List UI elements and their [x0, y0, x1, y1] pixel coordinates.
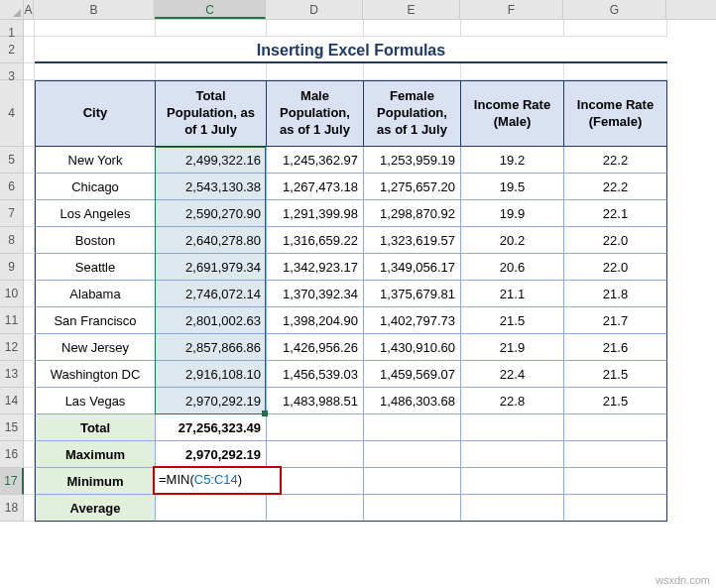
row-header-1[interactable]: 1 [0, 20, 24, 37]
cell-income-female[interactable]: 21.5 [564, 361, 667, 388]
select-all-corner[interactable] [0, 0, 24, 20]
table-row: Las Vegas2,970,292.191,483,988.511,486,3… [24, 388, 716, 414]
watermark: wsxdn.com [656, 574, 710, 586]
cell-female[interactable]: 1,459,569.07 [364, 361, 461, 388]
value-total[interactable]: 27,256,323.49 [156, 414, 267, 441]
cell-city[interactable]: Boston [35, 227, 156, 254]
col-header-D[interactable]: D [266, 0, 363, 19]
cell-total[interactable]: 2,746,072.14 [156, 281, 267, 307]
cell-female[interactable]: 1,402,797.73 [364, 307, 461, 334]
table-row: New York2,499,322.161,245,362.971,253,95… [24, 147, 716, 174]
cell-total[interactable]: 2,857,866.86 [156, 334, 267, 361]
cell-female[interactable]: 1,430,910.60 [364, 334, 461, 361]
cell-female[interactable]: 1,298,870.92 [364, 200, 461, 227]
value-average[interactable] [156, 495, 267, 522]
cell-total[interactable]: 2,970,292.19 [156, 388, 267, 414]
col-header-C[interactable]: C [155, 0, 266, 19]
cell-male[interactable]: 1,316,659.22 [267, 227, 364, 254]
col-header-F[interactable]: F [460, 0, 563, 19]
cell-income-male[interactable]: 21.1 [461, 281, 564, 307]
row-header-18[interactable]: 18 [0, 495, 24, 522]
col-header-A[interactable]: A [24, 0, 34, 19]
cell-income-male[interactable]: 22.8 [461, 388, 564, 414]
cell-income-male[interactable]: 20.2 [461, 227, 564, 254]
cell-female[interactable]: 1,486,303.68 [364, 388, 461, 414]
cell-income-male[interactable]: 19.5 [461, 174, 564, 200]
row-header-6[interactable]: 6 [0, 174, 24, 200]
cell-total[interactable]: 2,691,979.34 [156, 254, 267, 281]
header-total-pop: Total Population, as of 1 July [156, 80, 267, 147]
cell-female[interactable]: 1,323,619.57 [364, 227, 461, 254]
cell-city[interactable]: Washington DC [35, 361, 156, 388]
row-header-3[interactable]: 3 [0, 63, 24, 80]
cell-income-male[interactable]: 19.9 [461, 200, 564, 227]
table-row: Washington DC2,916,108.101,456,539.031,4… [24, 361, 716, 388]
row-header-2[interactable]: 2 [0, 37, 24, 63]
row-header-9[interactable]: 9 [0, 254, 24, 281]
cell-female[interactable]: 1,253,959.19 [364, 147, 461, 174]
cell-city[interactable]: Chicago [35, 174, 156, 200]
cell-male[interactable]: 1,426,956.26 [267, 334, 364, 361]
cell-total[interactable]: 2,499,322.16 [156, 147, 267, 174]
row-header-11[interactable]: 11 [0, 307, 24, 334]
col-header-E[interactable]: E [363, 0, 460, 19]
cell-grid[interactable]: Inserting Excel Formulas City Total Popu… [24, 20, 716, 522]
row-header-8[interactable]: 8 [0, 227, 24, 254]
cell-male[interactable]: 1,456,539.03 [267, 361, 364, 388]
page-title: Inserting Excel Formulas [35, 37, 667, 63]
row-header-16[interactable]: 16 [0, 441, 24, 468]
cell-female[interactable]: 1,375,679.81 [364, 281, 461, 307]
header-female-pop: Female Population, as of 1 July [364, 80, 461, 147]
cell-city[interactable]: San Francisco [35, 307, 156, 334]
cell-income-female[interactable]: 21.6 [564, 334, 667, 361]
cell-male[interactable]: 1,245,362.97 [267, 147, 364, 174]
cell-city[interactable]: Seattle [35, 254, 156, 281]
cell-male[interactable]: 1,483,988.51 [267, 388, 364, 414]
row-header-4[interactable]: 4 [0, 80, 24, 147]
cell-total[interactable]: 2,590,270.90 [156, 200, 267, 227]
cell-male[interactable]: 1,291,399.98 [267, 200, 364, 227]
cell-city[interactable]: Los Angeles [35, 200, 156, 227]
col-header-G[interactable]: G [563, 0, 666, 19]
cell-city[interactable]: New York [35, 147, 156, 174]
cell-income-female[interactable]: 21.8 [564, 281, 667, 307]
cell-city[interactable]: Alabama [35, 281, 156, 307]
cell-income-female[interactable]: 22.1 [564, 200, 667, 227]
table-row: San Francisco2,801,002.631,398,204.901,4… [24, 307, 716, 334]
value-maximum[interactable]: 2,970,292.19 [156, 441, 267, 468]
value-minimum[interactable] [156, 468, 267, 495]
cell-male[interactable]: 1,267,473.18 [267, 174, 364, 200]
row-header-14[interactable]: 14 [0, 388, 24, 414]
cell-city[interactable]: New Jersey [35, 334, 156, 361]
cell-income-female[interactable]: 22.2 [564, 147, 667, 174]
row-header-7[interactable]: 7 [0, 200, 24, 227]
cell-income-male[interactable]: 21.9 [461, 334, 564, 361]
row-header-5[interactable]: 5 [0, 147, 24, 174]
cell-income-male[interactable]: 20.6 [461, 254, 564, 281]
cell-total[interactable]: 2,640,278.80 [156, 227, 267, 254]
cell-male[interactable]: 1,398,204.90 [267, 307, 364, 334]
cell-income-female[interactable]: 21.5 [564, 388, 667, 414]
cell-income-female[interactable]: 22.0 [564, 254, 667, 281]
cell-income-female[interactable]: 22.0 [564, 227, 667, 254]
row-header-15[interactable]: 15 [0, 414, 24, 441]
cell-income-male[interactable]: 22.4 [461, 361, 564, 388]
row-header-17[interactable]: 17 [0, 468, 24, 495]
col-header-B[interactable]: B [34, 0, 155, 19]
cell-female[interactable]: 1,349,056.17 [364, 254, 461, 281]
cell-income-female[interactable]: 21.7 [564, 307, 667, 334]
cell-total[interactable]: 2,543,130.38 [156, 174, 267, 200]
cell-income-female[interactable]: 22.2 [564, 174, 667, 200]
cell-income-male[interactable]: 21.5 [461, 307, 564, 334]
cell-male[interactable]: 1,370,392.34 [267, 281, 364, 307]
cell-income-male[interactable]: 19.2 [461, 147, 564, 174]
cell-city[interactable]: Las Vegas [35, 388, 156, 414]
cell-female[interactable]: 1,275,657.20 [364, 174, 461, 200]
row-header-12[interactable]: 12 [0, 334, 24, 361]
cell-male[interactable]: 1,342,923.17 [267, 254, 364, 281]
row-headers: 1 2 3 4 5 6 7 8 9 10 11 12 13 14 15 16 1… [0, 20, 24, 522]
row-header-10[interactable]: 10 [0, 281, 24, 307]
cell-total[interactable]: 2,801,002.63 [156, 307, 267, 334]
row-header-13[interactable]: 13 [0, 361, 24, 388]
cell-total[interactable]: 2,916,108.10 [156, 361, 267, 388]
